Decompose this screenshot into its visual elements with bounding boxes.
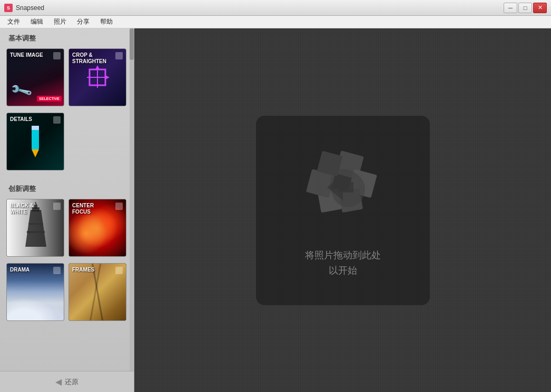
sidebar-footer: ◀ 还原	[0, 371, 134, 392]
bw-corner-icon	[53, 203, 61, 210]
details-icon-wrapper	[7, 113, 64, 170]
sidebar: 基本调整 TUNE IMAGE 🔧 SELECTIVE CROP &STRAIG…	[0, 28, 134, 392]
main-layout: 基本调整 TUNE IMAGE 🔧 SELECTIVE CROP &STRAIG…	[0, 28, 551, 392]
menu-bar: 文件 编辑 照片 分享 帮助	[0, 16, 551, 28]
basic-section-label: 基本调整	[0, 28, 134, 46]
menu-file[interactable]: 文件	[2, 16, 25, 27]
restore-label: 还原	[65, 377, 78, 387]
tool-crop-straighten[interactable]: CROP &STRAIGHTEN	[68, 48, 126, 106]
tune-image-corner-icon	[53, 52, 61, 59]
tool-frames[interactable]: FRAMES	[68, 263, 126, 321]
svg-rect-13	[27, 231, 45, 233]
tool-center-focus[interactable]: CENTERFOCUS	[68, 199, 126, 257]
creative-section-label: 创新调整	[0, 179, 134, 197]
crop-icon	[84, 64, 111, 91]
title-bar-controls: ─ □ ✕	[504, 3, 547, 13]
drama-clouds	[7, 294, 64, 320]
creative-tools-row1: BLACK &WHITE	[0, 197, 134, 261]
frames-label: FRAMES	[72, 267, 94, 273]
tool-black-white[interactable]: BLACK &WHITE	[6, 199, 64, 257]
drop-text: 将照片拖动到此处 以开始	[305, 248, 381, 278]
tool-tune-image[interactable]: TUNE IMAGE 🔧 SELECTIVE	[6, 48, 64, 106]
frames-corner-icon	[115, 267, 123, 274]
menu-help[interactable]: 帮助	[95, 16, 118, 27]
basic-tools-row2: DETAILS	[0, 110, 134, 175]
cf-label: CENTERFOCUS	[72, 203, 94, 215]
drop-text-line2: 以开始	[305, 263, 381, 278]
cf-corner-icon	[115, 203, 123, 210]
bw-label: BLACK &WHITE	[10, 203, 34, 215]
section-divider	[0, 175, 134, 179]
drop-zone[interactable]: 将照片拖动到此处 以开始	[256, 116, 430, 305]
title-bar-text: Snapseed	[16, 4, 504, 12]
app-icon: S	[4, 4, 13, 12]
snapseed-logo	[296, 143, 390, 237]
svg-rect-11	[34, 205, 37, 209]
bottom-padding	[0, 325, 134, 330]
svg-rect-7	[32, 126, 39, 130]
tool-details[interactable]: DETAILS	[6, 113, 64, 170]
drop-text-line1: 将照片拖动到此处	[305, 248, 381, 263]
content-area[interactable]: 将照片拖动到此处 以开始	[134, 28, 551, 392]
pencil-icon	[22, 123, 48, 160]
menu-edit[interactable]: 编辑	[25, 16, 48, 27]
sidebar-scroll[interactable]: 基本调整 TUNE IMAGE 🔧 SELECTIVE CROP &STRAIG…	[0, 28, 134, 371]
drama-corner-icon	[53, 267, 61, 274]
close-button[interactable]: ✕	[533, 3, 547, 13]
tune-image-label: TUNE IMAGE	[10, 52, 43, 58]
tool-drama[interactable]: DRAMA	[6, 263, 64, 321]
maximize-button[interactable]: □	[518, 3, 532, 13]
scrollbar-thumb[interactable]	[130, 28, 134, 60]
restore-button[interactable]: ◀ 还原	[55, 377, 78, 387]
svg-marker-6	[32, 149, 39, 157]
crop-icon-wrapper	[69, 49, 126, 106]
menu-photo[interactable]: 照片	[48, 16, 72, 27]
scrollbar-track[interactable]	[130, 28, 134, 371]
menu-share[interactable]: 分享	[72, 16, 95, 27]
svg-marker-3	[95, 65, 100, 69]
selective-badge: SELECTIVE	[37, 96, 62, 102]
minimize-button[interactable]: ─	[504, 3, 517, 13]
creative-tools-row2: DRAMA FRAMES	[0, 261, 134, 325]
svg-marker-4	[105, 75, 110, 79]
basic-tools-row1: TUNE IMAGE 🔧 SELECTIVE CROP &STRAIGHTEN	[0, 46, 134, 110]
title-bar: S Snapseed ─ □ ✕	[0, 0, 551, 16]
empty-slot	[68, 113, 126, 170]
svg-rect-14	[28, 223, 43, 225]
drama-label: DRAMA	[10, 267, 29, 273]
restore-arrow-icon: ◀	[55, 377, 62, 387]
